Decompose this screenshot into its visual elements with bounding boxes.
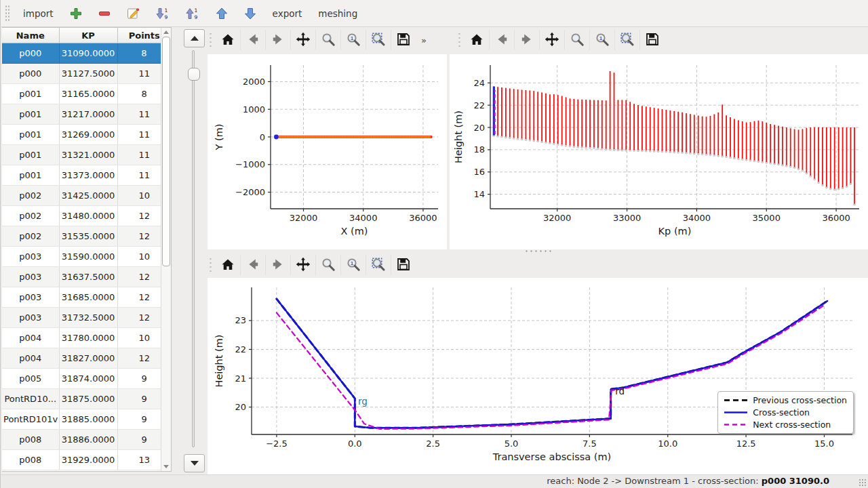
- remove-cross-section-button[interactable]: [92, 3, 117, 24]
- splitter-handle[interactable]: [524, 249, 551, 253]
- table-cell[interactable]: p008: [2, 450, 59, 470]
- table-cell[interactable]: 31321.0000: [59, 145, 117, 165]
- table-cell[interactable]: p001: [2, 165, 59, 186]
- table-row[interactable]: p00131217.000011: [2, 104, 171, 125]
- forward-button[interactable]: [514, 30, 539, 50]
- slider-handle[interactable]: [188, 68, 200, 81]
- table-row[interactable]: p00131269.000011: [2, 125, 171, 145]
- zoom-button[interactable]: [564, 30, 589, 50]
- pan-button[interactable]: [539, 30, 564, 50]
- table-cell[interactable]: PontRD10...: [2, 389, 59, 409]
- table-cell[interactable]: 31535.0000: [59, 226, 117, 247]
- table-row[interactable]: p00831929.000013: [2, 450, 171, 470]
- table-cell[interactable]: 31165.0000: [59, 84, 117, 104]
- scrollbar-up-icon[interactable]: [163, 30, 169, 34]
- table-row[interactable]: p00831886.00009: [2, 430, 171, 450]
- table-cell[interactable]: p005: [2, 369, 59, 389]
- zoom-rect-button[interactable]: [366, 30, 391, 50]
- table-cell[interactable]: p004: [2, 328, 59, 348]
- table-row[interactable]: p00331732.500012: [2, 308, 171, 328]
- save-button[interactable]: [639, 30, 665, 50]
- table-cell[interactable]: p008: [2, 430, 59, 450]
- scrollbar-down-icon[interactable]: [163, 465, 169, 468]
- table-cell[interactable]: p003: [2, 267, 59, 287]
- zoom-rect-button[interactable]: [366, 255, 391, 275]
- back-button[interactable]: [489, 30, 514, 50]
- table-cell[interactable]: 31874.0000: [59, 369, 117, 389]
- table-cell[interactable]: p003: [2, 287, 59, 308]
- zoom-one-button[interactable]: 1: [340, 255, 366, 275]
- zoom-button[interactable]: [315, 30, 340, 50]
- table-row[interactable]: p00431827.000012: [2, 348, 171, 369]
- table-cell[interactable]: 31480.0000: [59, 206, 117, 226]
- table-cell[interactable]: 31590.0000: [59, 247, 117, 267]
- table-row[interactable]: p00131373.000011: [2, 165, 171, 186]
- edit-cross-section-button[interactable]: [120, 3, 146, 24]
- plan-view-plot[interactable]: 320003400036000−2000−1000010002000X (m)Y…: [208, 54, 447, 249]
- table-row[interactable]: p00431780.000010: [2, 328, 171, 348]
- zoom-one-button[interactable]: 1: [340, 30, 366, 50]
- import-button[interactable]: import: [16, 3, 60, 24]
- table-cell[interactable]: p004: [2, 348, 59, 369]
- cross-section-plot[interactable]: Previous cross-sectionCross-sectionNext …: [208, 278, 868, 474]
- table-cell[interactable]: p002: [2, 186, 59, 206]
- table-cell[interactable]: 31425.0000: [59, 186, 117, 206]
- table-cell[interactable]: p001: [2, 104, 59, 125]
- longitudinal-profile-plot[interactable]: 3200033000340003500036000141618202224Kp …: [450, 54, 868, 249]
- slider-track[interactable]: [192, 50, 195, 447]
- home-button[interactable]: [215, 255, 240, 275]
- resize-grip[interactable]: [859, 479, 867, 487]
- table-cell[interactable]: 31685.0000: [59, 287, 117, 308]
- table-cell[interactable]: p002: [2, 206, 59, 226]
- table-cell[interactable]: 31875.0000: [59, 389, 117, 409]
- table-row[interactable]: p00231425.000010: [2, 186, 171, 206]
- slider-up-button[interactable]: [184, 29, 205, 47]
- sort-descending-button[interactable]: 19: [149, 3, 176, 24]
- save-button[interactable]: [391, 30, 416, 50]
- forward-button[interactable]: [265, 30, 290, 50]
- table-row[interactable]: p00331590.000010: [2, 247, 171, 267]
- back-button[interactable]: [240, 30, 265, 50]
- save-button[interactable]: [391, 255, 416, 275]
- toolbar-overflow-button[interactable]: »: [416, 35, 432, 45]
- table-cell[interactable]: 31127.5000: [59, 64, 117, 84]
- table-cell[interactable]: p003: [2, 308, 59, 328]
- table-cell[interactable]: p002: [2, 226, 59, 247]
- table-row[interactable]: p00131321.000011: [2, 145, 171, 165]
- slider-down-button[interactable]: [184, 454, 205, 472]
- table-cell[interactable]: p000: [2, 64, 59, 84]
- zoom-rect-button[interactable]: [614, 30, 639, 50]
- table-cell[interactable]: p001: [2, 145, 59, 165]
- table-cell[interactable]: 31885.0000: [59, 409, 117, 430]
- table-cell[interactable]: 31269.0000: [59, 125, 117, 145]
- table-cell[interactable]: 31886.0000: [59, 430, 117, 450]
- table-row[interactable]: PontRD101v31885.00009: [2, 409, 171, 430]
- table-cell[interactable]: 31929.0000: [59, 450, 117, 470]
- table-row[interactable]: p00031127.500011: [2, 64, 171, 84]
- table-row[interactable]: p00331637.500012: [2, 267, 171, 287]
- table-cell[interactable]: 31780.0000: [59, 328, 117, 348]
- zoom-one-button[interactable]: 1: [589, 30, 614, 50]
- zoom-button[interactable]: [315, 255, 340, 275]
- table-row[interactable]: p00231535.000012: [2, 226, 171, 247]
- pan-button[interactable]: [290, 255, 315, 275]
- table-cell[interactable]: p000: [2, 43, 59, 64]
- move-up-button[interactable]: [209, 3, 235, 24]
- table-cell[interactable]: 31637.5000: [59, 267, 117, 287]
- forward-button[interactable]: [265, 255, 290, 275]
- add-cross-section-button[interactable]: [63, 3, 89, 24]
- home-button[interactable]: [215, 30, 240, 50]
- table-cell[interactable]: 31090.0000: [59, 43, 117, 64]
- toolbar-drag-handle[interactable]: [209, 257, 212, 273]
- scrollbar-thumb[interactable]: [162, 37, 170, 266]
- column-header-name[interactable]: Name: [2, 28, 59, 43]
- toolbar-drag-handle[interactable]: [209, 32, 212, 48]
- table-cell[interactable]: 31373.0000: [59, 165, 117, 186]
- table-cell[interactable]: 31217.0000: [59, 104, 117, 125]
- back-button[interactable]: [240, 255, 265, 275]
- export-button[interactable]: export: [266, 3, 309, 24]
- table-row[interactable]: p00331685.000012: [2, 287, 171, 308]
- table-row[interactable]: p00231480.000012: [2, 206, 171, 226]
- toolbar-drag-handle[interactable]: [5, 5, 9, 22]
- toolbar-drag-handle[interactable]: [458, 32, 461, 48]
